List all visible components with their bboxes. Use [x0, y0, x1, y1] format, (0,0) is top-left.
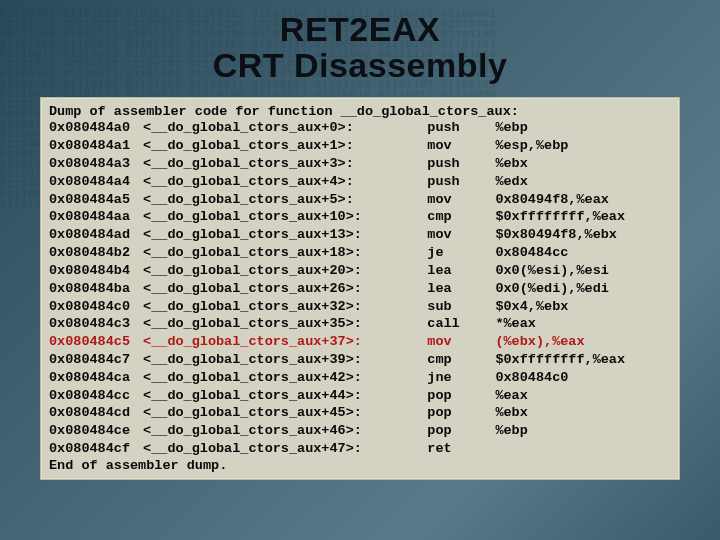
addr: 0x080484ad: [49, 226, 135, 244]
disassembly-row: 0x080484ba <__do_global_ctors_aux+26>: l…: [49, 280, 671, 298]
disassembly-row: 0x080484c5 <__do_global_ctors_aux+37>: m…: [49, 333, 671, 351]
opcode: lea: [427, 280, 487, 298]
title-line-1: RET2EAX: [213, 12, 508, 48]
slide-title: RET2EAX CRT Disassembly: [213, 12, 508, 83]
disassembly-row: 0x080484a5 <__do_global_ctors_aux+5>: mo…: [49, 191, 671, 209]
addr: 0x080484b4: [49, 262, 135, 280]
addr: 0x080484ba: [49, 280, 135, 298]
disassembly-row: 0x080484c0 <__do_global_ctors_aux+32>: s…: [49, 298, 671, 316]
operands: %edx: [495, 173, 527, 191]
addr: 0x080484b2: [49, 244, 135, 262]
symbol: <__do_global_ctors_aux+35>:: [143, 315, 411, 333]
addr: 0x080484a5: [49, 191, 135, 209]
symbol: <__do_global_ctors_aux+32>:: [143, 298, 411, 316]
symbol: <__do_global_ctors_aux+5>:: [143, 191, 411, 209]
opcode: pop: [427, 404, 487, 422]
opcode: mov: [427, 191, 487, 209]
addr: 0x080484a3: [49, 155, 135, 173]
symbol: <__do_global_ctors_aux+10>:: [143, 208, 411, 226]
disassembly-row: 0x080484aa <__do_global_ctors_aux+10>: c…: [49, 208, 671, 226]
addr: 0x080484ce: [49, 422, 135, 440]
disassembly-row: 0x080484a3 <__do_global_ctors_aux+3>: pu…: [49, 155, 671, 173]
opcode: cmp: [427, 351, 487, 369]
addr: 0x080484ca: [49, 369, 135, 387]
symbol: <__do_global_ctors_aux+18>:: [143, 244, 411, 262]
operands: $0xffffffff,%eax: [495, 351, 625, 369]
operands: 0x0(%esi),%esi: [495, 262, 608, 280]
addr: 0x080484c5: [49, 333, 135, 351]
operands: *%eax: [495, 315, 536, 333]
operands: $0x80494f8,%ebx: [495, 226, 617, 244]
disassembly-row: 0x080484ce <__do_global_ctors_aux+46>: p…: [49, 422, 671, 440]
disassembly-row: 0x080484b2 <__do_global_ctors_aux+18>: j…: [49, 244, 671, 262]
operands: 0x80484c0: [495, 369, 568, 387]
symbol: <__do_global_ctors_aux+20>:: [143, 262, 411, 280]
addr: 0x080484c7: [49, 351, 135, 369]
opcode: push: [427, 155, 487, 173]
symbol: <__do_global_ctors_aux+3>:: [143, 155, 411, 173]
symbol: <__do_global_ctors_aux+42>:: [143, 369, 411, 387]
addr: 0x080484aa: [49, 208, 135, 226]
opcode: mov: [427, 333, 487, 351]
operands: 0x80494f8,%eax: [495, 191, 608, 209]
disassembly-row: 0x080484ca <__do_global_ctors_aux+42>: j…: [49, 369, 671, 387]
disassembly-row: 0x080484b4 <__do_global_ctors_aux+20>: l…: [49, 262, 671, 280]
symbol: <__do_global_ctors_aux+0>:: [143, 119, 411, 137]
slide: RET2EAX CRT Disassembly Dump of assemble…: [0, 0, 720, 540]
symbol: <__do_global_ctors_aux+37>:: [143, 333, 411, 351]
opcode: mov: [427, 226, 487, 244]
symbol: <__do_global_ctors_aux+26>:: [143, 280, 411, 298]
title-line-2: CRT Disassembly: [213, 48, 508, 84]
disassembly-box: Dump of assembler code for function __do…: [40, 97, 680, 479]
addr: 0x080484cc: [49, 387, 135, 405]
operands: %ebx: [495, 155, 527, 173]
operands: 0x0(%edi),%edi: [495, 280, 608, 298]
symbol: <__do_global_ctors_aux+46>:: [143, 422, 411, 440]
addr: 0x080484c3: [49, 315, 135, 333]
opcode: push: [427, 173, 487, 191]
disassembly-row: 0x080484cf <__do_global_ctors_aux+47>: r…: [49, 440, 671, 458]
symbol: <__do_global_ctors_aux+44>:: [143, 387, 411, 405]
disassembly-row: 0x080484ad <__do_global_ctors_aux+13>: m…: [49, 226, 671, 244]
addr: 0x080484cf: [49, 440, 135, 458]
symbol: <__do_global_ctors_aux+45>:: [143, 404, 411, 422]
operands: %ebx: [495, 404, 527, 422]
opcode: call: [427, 315, 487, 333]
disassembly-row: 0x080484c3 <__do_global_ctors_aux+35>: c…: [49, 315, 671, 333]
operands: $0xffffffff,%eax: [495, 208, 625, 226]
opcode: pop: [427, 422, 487, 440]
operands: %ebp: [495, 119, 527, 137]
operands: 0x80484cc: [495, 244, 568, 262]
symbol: <__do_global_ctors_aux+47>:: [143, 440, 411, 458]
opcode: sub: [427, 298, 487, 316]
operands: (%ebx),%eax: [495, 333, 584, 351]
addr: 0x080484a0: [49, 119, 135, 137]
disassembly-row: 0x080484a4 <__do_global_ctors_aux+4>: pu…: [49, 173, 671, 191]
opcode: cmp: [427, 208, 487, 226]
operands: %eax: [495, 387, 527, 405]
opcode: lea: [427, 262, 487, 280]
disassembly-row: 0x080484a1 <__do_global_ctors_aux+1>: mo…: [49, 137, 671, 155]
operands: %esp,%ebp: [495, 137, 568, 155]
symbol: <__do_global_ctors_aux+13>:: [143, 226, 411, 244]
addr: 0x080484c0: [49, 298, 135, 316]
symbol: <__do_global_ctors_aux+39>:: [143, 351, 411, 369]
dump-header: Dump of assembler code for function __do…: [49, 104, 671, 119]
opcode: push: [427, 119, 487, 137]
symbol: <__do_global_ctors_aux+1>:: [143, 137, 411, 155]
opcode: je: [427, 244, 487, 262]
dump-footer: End of assembler dump.: [49, 458, 671, 473]
disassembly-row: 0x080484c7 <__do_global_ctors_aux+39>: c…: [49, 351, 671, 369]
opcode: jne: [427, 369, 487, 387]
disassembly-row: 0x080484cd <__do_global_ctors_aux+45>: p…: [49, 404, 671, 422]
disassembly-row: 0x080484a0 <__do_global_ctors_aux+0>: pu…: [49, 119, 671, 137]
operands: %ebp: [495, 422, 527, 440]
addr: 0x080484a4: [49, 173, 135, 191]
disassembly-row: 0x080484cc <__do_global_ctors_aux+44>: p…: [49, 387, 671, 405]
opcode: pop: [427, 387, 487, 405]
operands: $0x4,%ebx: [495, 298, 568, 316]
addr: 0x080484a1: [49, 137, 135, 155]
symbol: <__do_global_ctors_aux+4>:: [143, 173, 411, 191]
opcode: mov: [427, 137, 487, 155]
disassembly-rows: 0x080484a0 <__do_global_ctors_aux+0>: pu…: [49, 119, 671, 457]
